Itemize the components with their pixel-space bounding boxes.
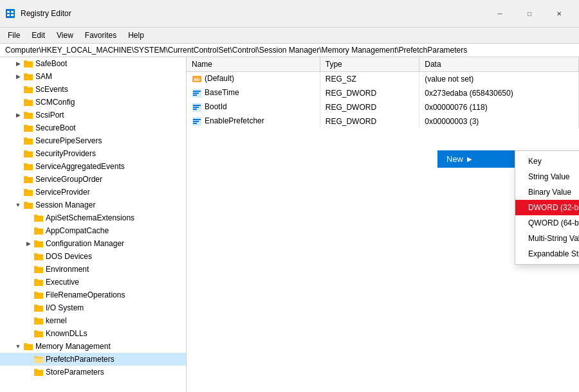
menu-file[interactable]: File — [3, 29, 25, 42]
tree-label: SecurePipeServers — [35, 136, 102, 145]
tree-label: AppCompatCache — [46, 226, 109, 235]
title-bar: Registry Editor ─ □ ✕ — [0, 0, 579, 28]
cell-type: REG_DWORD — [320, 100, 419, 114]
tree-item[interactable]: ServiceProvider — [0, 186, 186, 199]
tree-expander — [23, 290, 33, 300]
tree-label: ServiceGroupOrder — [35, 175, 102, 184]
svg-rect-2 — [11, 11, 14, 13]
tree-item[interactable]: SecurityProviders — [0, 147, 186, 160]
close-button[interactable]: ✕ — [544, 4, 574, 23]
tree-item[interactable]: Environment — [0, 263, 186, 276]
context-menu-item[interactable]: Key — [515, 154, 579, 169]
tree-item[interactable]: StoreParameters — [0, 366, 186, 379]
tree-item[interactable]: ServiceAggregatedEvents — [0, 160, 186, 173]
folder-icon — [33, 290, 44, 299]
tree-label: kernel — [46, 316, 67, 325]
tree-item[interactable]: ServiceGroupOrder — [0, 173, 186, 186]
folder-icon — [33, 316, 44, 325]
table-row[interactable]: EnablePrefetcher REG_DWORD 0x00000003 (3… — [187, 114, 579, 129]
tree-expander — [13, 161, 23, 172]
tree-expander — [23, 316, 33, 326]
menu-edit[interactable]: Edit — [26, 29, 50, 42]
tree-label: KnownDLLs — [46, 329, 87, 338]
tree-expander: ▼ — [13, 200, 23, 210]
col-name: Name — [187, 57, 320, 72]
tree-item[interactable]: I/O System — [0, 301, 186, 314]
tree-item[interactable]: SCMConfig — [0, 96, 186, 109]
tree-item[interactable]: ApiSetSchemaExtensions — [0, 211, 186, 224]
menu-view[interactable]: View — [51, 29, 78, 42]
tree-label: ScsiPort — [35, 111, 64, 120]
minimize-button[interactable]: ─ — [485, 4, 515, 23]
svg-rect-13 — [193, 107, 199, 108]
folder-icon — [23, 342, 33, 351]
folder-icon — [33, 252, 44, 261]
tree-expander — [23, 226, 33, 236]
registry-table: Name Type Data ab (Default) REG_SZ (valu… — [187, 57, 579, 129]
maximize-button[interactable]: □ — [515, 4, 544, 23]
folder-icon — [33, 226, 44, 235]
context-menu-item[interactable]: Binary Value — [515, 184, 579, 200]
tree-label: Session Manager — [35, 200, 95, 209]
window-title: Registry Editor — [21, 9, 71, 18]
tree-expander: ▶ — [13, 110, 23, 120]
context-menu-item[interactable]: Multi-String Value — [515, 231, 579, 246]
right-panel: Name Type Data ab (Default) REG_SZ (valu… — [187, 57, 579, 392]
cell-name: BootId — [187, 100, 320, 114]
tree-item[interactable]: SecureBoot — [0, 121, 186, 134]
svg-rect-10 — [193, 94, 197, 96]
tree-item[interactable]: kernel — [0, 314, 186, 327]
main-content: ▶ SafeBoot ▶ SAM ScEvents SCMConfig ▶ — [0, 57, 579, 392]
folder-icon — [23, 136, 33, 145]
cell-data: 0x00000076 (118) — [419, 100, 579, 114]
new-button[interactable]: New ▶ — [437, 150, 515, 168]
context-menu-item[interactable]: DWORD (32-bit) Value — [515, 200, 579, 215]
tree-label: SecurityProviders — [35, 149, 96, 158]
folder-icon — [23, 149, 33, 158]
tree-item[interactable]: ▼ Session Manager — [0, 199, 186, 211]
svg-rect-16 — [193, 119, 201, 120]
svg-rect-1 — [7, 11, 10, 13]
cell-name: BaseTime — [187, 86, 320, 100]
menu-help[interactable]: Help — [123, 29, 149, 42]
svg-rect-9 — [193, 93, 199, 94]
tree-expander — [23, 303, 33, 313]
tree-panel[interactable]: ▶ SafeBoot ▶ SAM ScEvents SCMConfig ▶ — [0, 57, 187, 392]
cell-name: ab (Default) — [187, 72, 320, 87]
folder-icon — [33, 329, 44, 338]
context-menu-item[interactable]: QWORD (64-bit) Value — [515, 215, 579, 231]
tree-item[interactable]: ▶ Configuration Manager — [0, 237, 186, 250]
tree-item[interactable]: ▶ SAM — [0, 70, 186, 83]
tree-item[interactable]: PrefetchParameters — [0, 353, 186, 366]
tree-item[interactable]: KnownDLLs — [0, 327, 186, 340]
table-row[interactable]: ab (Default) REG_SZ (value not set) — [187, 72, 579, 87]
col-type: Type — [320, 57, 419, 72]
menu-favorites[interactable]: Favorites — [80, 29, 122, 42]
table-row[interactable]: BootId REG_DWORD 0x00000076 (118) — [187, 100, 579, 114]
tree-expander — [23, 354, 33, 364]
tree-item[interactable]: Executive — [0, 276, 186, 289]
tree-item[interactable]: ▼ Memory Management — [0, 340, 186, 353]
dword-value-icon — [192, 116, 202, 127]
tree-item[interactable]: ▶ ScsiPort — [0, 109, 186, 121]
tree-item[interactable]: AppCompatCache — [0, 224, 186, 237]
context-menu-item[interactable]: Expandable String Value — [515, 246, 579, 262]
tree-label: StoreParameters — [46, 368, 104, 377]
folder-icon — [33, 239, 44, 248]
folder-icon — [23, 188, 33, 197]
tree-item[interactable]: SecurePipeServers — [0, 134, 186, 147]
folder-icon — [33, 213, 44, 222]
folder-icon — [23, 59, 33, 68]
folder-icon — [33, 278, 44, 287]
folder-icon — [23, 200, 33, 209]
tree-expander — [13, 136, 23, 146]
tree-item[interactable]: DOS Devices — [0, 250, 186, 263]
table-row[interactable]: BaseTime REG_DWORD 0x273edaba (658430650… — [187, 86, 579, 100]
folder-icon — [23, 72, 33, 81]
context-menu-item[interactable]: String Value — [515, 169, 579, 184]
tree-label: DOS Devices — [46, 252, 92, 261]
tree-item[interactable]: FileRenameOperations — [0, 289, 186, 301]
tree-label: Executive — [46, 278, 79, 287]
tree-item[interactable]: ▶ SafeBoot — [0, 57, 186, 70]
tree-item[interactable]: ScEvents — [0, 83, 186, 96]
